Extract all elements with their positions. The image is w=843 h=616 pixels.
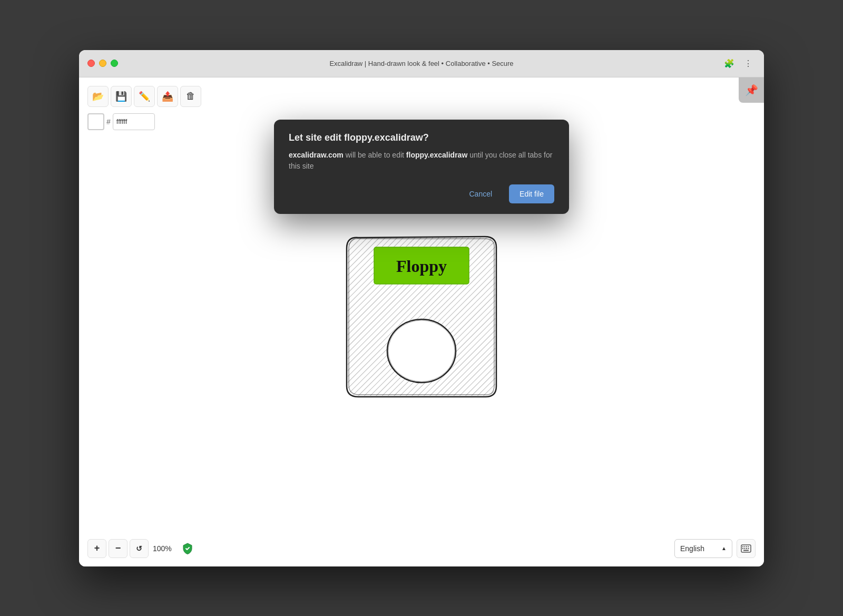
svg-rect-11 bbox=[746, 548, 747, 549]
dialog-filename: floppy.excalidraw bbox=[406, 151, 467, 159]
open-button[interactable]: 📂 bbox=[87, 86, 109, 107]
mac-window: Excalidraw | Hand-drawn look & feel • Co… bbox=[79, 50, 764, 566]
svg-point-1 bbox=[387, 319, 456, 383]
extensions-icon[interactable]: 🧩 bbox=[722, 56, 737, 71]
shield-icon[interactable] bbox=[178, 539, 197, 558]
zoom-reset-button[interactable]: ↺ bbox=[130, 539, 149, 558]
export-edit-button[interactable]: ✏️ bbox=[134, 86, 155, 107]
title-bar-right: 🧩 ⋮ bbox=[722, 56, 756, 71]
delete-button[interactable]: 🗑 bbox=[180, 86, 201, 107]
dialog-actions: Cancel Edit file bbox=[289, 184, 554, 203]
export-button[interactable]: 📤 bbox=[157, 86, 178, 107]
svg-rect-8 bbox=[748, 546, 749, 547]
dialog-title: Let site edit floppy.excalidraw? bbox=[289, 132, 554, 143]
edit-file-button[interactable]: Edit file bbox=[509, 184, 554, 203]
permission-dialog: Let site edit floppy.excalidraw? excalid… bbox=[274, 120, 569, 214]
svg-rect-6 bbox=[744, 546, 746, 547]
dialog-text1: will be able to edit bbox=[344, 151, 406, 159]
close-button[interactable] bbox=[87, 60, 95, 67]
color-swatch[interactable] bbox=[87, 113, 104, 130]
svg-rect-9 bbox=[742, 548, 743, 549]
language-label: English bbox=[680, 544, 704, 553]
title-bar: Excalidraw | Hand-drawn look & feel • Co… bbox=[79, 50, 764, 77]
hash-symbol: # bbox=[106, 118, 111, 126]
svg-rect-10 bbox=[744, 548, 746, 549]
pin-area: 📌 bbox=[739, 77, 764, 103]
floppy-label: Floppy bbox=[396, 257, 447, 276]
menu-icon[interactable]: ⋮ bbox=[741, 56, 756, 71]
pin-icon[interactable]: 📌 bbox=[739, 77, 764, 103]
bottom-toolbar: + − ↺ 100% bbox=[87, 539, 197, 558]
svg-rect-13 bbox=[743, 550, 749, 551]
color-picker-row: # bbox=[87, 113, 155, 130]
traffic-lights bbox=[87, 60, 118, 67]
keyboard-button[interactable] bbox=[737, 539, 756, 558]
toolbar: 📂 💾 ✏️ 📤 🗑 bbox=[87, 86, 201, 107]
dialog-site: excalidraw.com bbox=[289, 151, 344, 159]
maximize-button[interactable] bbox=[111, 60, 118, 67]
dialog-body: excalidraw.com will be able to edit flop… bbox=[289, 150, 554, 172]
dropdown-arrow: ▲ bbox=[721, 545, 727, 551]
color-input[interactable] bbox=[113, 113, 155, 130]
save-button[interactable]: 💾 bbox=[111, 86, 132, 107]
bottom-right: English ▲ bbox=[674, 539, 756, 558]
zoom-level: 100% bbox=[151, 544, 174, 553]
svg-rect-5 bbox=[742, 546, 743, 547]
svg-rect-7 bbox=[746, 546, 747, 547]
window-title: Excalidraw | Hand-drawn look & feel • Co… bbox=[329, 60, 513, 67]
language-selector[interactable]: English ▲ bbox=[674, 539, 732, 558]
floppy-drawing: Floppy bbox=[321, 217, 522, 427]
cancel-button[interactable]: Cancel bbox=[458, 184, 503, 203]
zoom-in-button[interactable]: + bbox=[87, 539, 106, 558]
zoom-out-button[interactable]: − bbox=[109, 539, 128, 558]
content-area: 📂 💾 ✏️ 📤 🗑 # bbox=[79, 77, 764, 566]
svg-rect-12 bbox=[748, 548, 749, 549]
minimize-button[interactable] bbox=[99, 60, 106, 67]
